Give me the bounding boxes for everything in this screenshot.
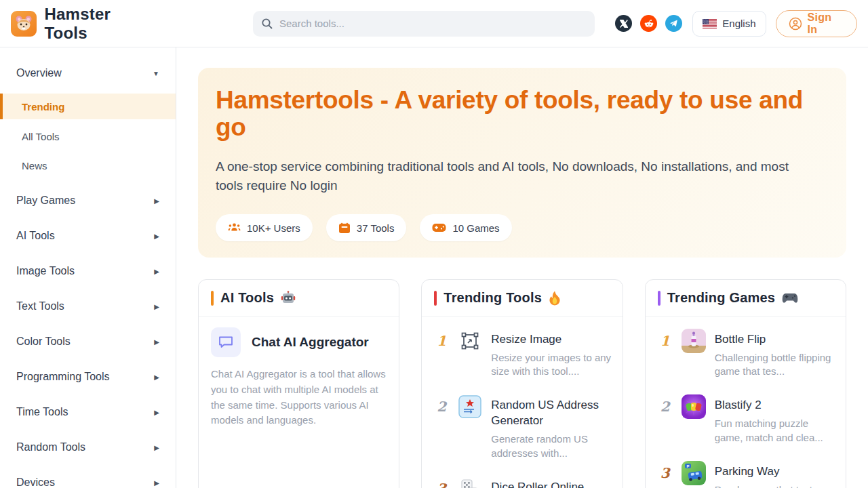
list-item[interactable]: 3 P: [646, 453, 846, 488]
tool-description: Resize your images to any size with this…: [491, 351, 611, 379]
list-item[interactable]: 1 Resize Image: [422, 321, 622, 386]
game-description: Fun matching puzzle game, match and clea…: [715, 417, 835, 445]
language-label: English: [722, 18, 755, 29]
toolbox-icon: [338, 222, 351, 234]
brand-name: Hamster Tools: [45, 5, 157, 43]
trending-games-card-header: Trending Games: [646, 280, 846, 317]
ai-tools-card-header: AI Tools: [199, 280, 399, 317]
sidebar-item-news[interactable]: News: [0, 152, 176, 179]
sign-in-label: Sign In: [808, 12, 844, 36]
card-title: Trending Tools: [443, 290, 542, 306]
sidebar-item-ai-tools[interactable]: AI Tools ▶: [0, 221, 176, 251]
sidebar-item-label: Random Tools: [16, 441, 85, 453]
sidebar-item-label: Time Tools: [16, 406, 68, 418]
trending-games-card: Trending Games 1: [645, 279, 846, 488]
chat-bubble-icon: [211, 327, 241, 357]
language-selector[interactable]: English: [692, 11, 766, 37]
search-input[interactable]: [279, 18, 587, 29]
chevron-right-icon: ▶: [154, 409, 159, 416]
sidebar-item-text-tools[interactable]: Text Tools ▶: [0, 291, 176, 321]
game-name: Bottle Flip: [715, 329, 835, 348]
sidebar-item-label: Image Tools: [16, 265, 75, 277]
tool-description: Generate random US addresses with...: [491, 432, 611, 460]
badge-label: 10K+ Users: [247, 222, 300, 234]
sidebar-item-color-tools[interactable]: Color Tools ▶: [0, 327, 176, 357]
us-address-icon: [458, 394, 482, 419]
sidebar-item-programming-tools[interactable]: Programming Tools ▶: [0, 362, 176, 392]
sidebar-item-random-tools[interactable]: Random Tools ▶: [0, 432, 176, 462]
tool-name: Random US Address Generator: [491, 394, 611, 429]
badge-label: 10 Games: [452, 222, 499, 234]
resize-image-icon: [458, 329, 482, 353]
chevron-right-icon: ▶: [154, 197, 159, 205]
svg-text:P: P: [686, 464, 689, 468]
bottle-flip-thumb: [682, 329, 706, 353]
sidebar-item-devices[interactable]: Devices ▶: [0, 468, 176, 488]
sign-in-button[interactable]: Sign In: [776, 10, 857, 37]
sidebar-item-label: Text Tools: [16, 300, 64, 312]
fire-icon: [549, 291, 561, 306]
dice-icon: [458, 476, 482, 488]
hero-banner: Hamstertools - A variety of tools, ready…: [198, 68, 846, 258]
robot-icon: [281, 291, 296, 305]
gamepad-dark-icon: [782, 293, 798, 304]
rank-number: 1: [658, 329, 673, 353]
chevron-right-icon: ▶: [154, 268, 159, 275]
chevron-right-icon: ▶: [154, 232, 159, 240]
accent-bar: [211, 291, 214, 306]
page-subtitle: A one-stop service combining traditional…: [216, 157, 816, 195]
main-content: Hamstertools - A variety of tools, ready…: [176, 47, 868, 488]
sidebar-item-label: Devices: [16, 476, 55, 488]
list-item[interactable]: Chat AI Aggregator Chat AI Aggregator is…: [211, 327, 387, 428]
sidebar-item-label: All Tools: [22, 131, 60, 142]
sidebar-item-label: Trending: [22, 101, 64, 113]
chevron-right-icon: ▶: [154, 444, 159, 451]
card-title: Trending Games: [667, 290, 776, 306]
page-title: Hamstertools - A variety of tools, ready…: [216, 87, 819, 141]
sidebar-item-all-tools[interactable]: All Tools: [0, 123, 176, 150]
rank-number: 3: [434, 476, 449, 488]
content-columns: AI Tools: [198, 279, 846, 488]
list-item[interactable]: 1: [646, 321, 846, 386]
chevron-down-icon: ▼: [153, 70, 159, 77]
tool-name: Dice Roller Online: [491, 476, 611, 488]
chevron-right-icon: ▶: [154, 479, 159, 487]
top-header: Hamster Tools: [0, 0, 868, 47]
reddit-icon[interactable]: [640, 15, 657, 32]
game-description: Puzzle game that tests your parking skil…: [715, 483, 835, 488]
sidebar-item-image-tools[interactable]: Image Tools ▶: [0, 256, 176, 286]
search-icon: [261, 18, 273, 30]
social-links: [615, 15, 682, 32]
stat-badges: 10K+ Users 37 Tools: [216, 214, 829, 241]
parking-way-thumb: P: [682, 461, 706, 485]
accent-bar: [658, 291, 660, 306]
list-item[interactable]: 2: [646, 386, 846, 452]
search-bar[interactable]: [253, 11, 595, 37]
sidebar-item-label: Play Games: [16, 195, 75, 207]
card-title: AI Tools: [220, 290, 274, 306]
chevron-right-icon: ▶: [154, 373, 159, 381]
list-item[interactable]: 3: [422, 468, 622, 488]
tool-description: Chat AI Aggregator is a tool that allows…: [211, 367, 387, 428]
sidebar-item-label: Overview: [16, 67, 62, 79]
accent-bar: [434, 291, 437, 306]
telegram-icon[interactable]: [665, 15, 682, 32]
hamster-tools-app: Hamster Tools: [0, 0, 868, 488]
users-badge: 10K+ Users: [216, 214, 313, 241]
sidebar-item-label: News: [22, 160, 47, 171]
badge-label: 37 Tools: [357, 222, 395, 234]
sidebar-item-time-tools[interactable]: Time Tools ▶: [0, 397, 176, 427]
sidebar-item-play-games[interactable]: Play Games ▶: [0, 186, 176, 216]
rank-number: 3: [658, 461, 673, 485]
chevron-right-icon: ▶: [154, 303, 159, 310]
list-item[interactable]: 2 Random US Address Generator Ge: [422, 386, 622, 468]
chevron-right-icon: ▶: [154, 338, 159, 346]
rank-number: 1: [434, 329, 449, 353]
hamster-icon: [11, 11, 37, 37]
brand[interactable]: Hamster Tools: [11, 5, 157, 43]
rank-number: 2: [434, 394, 449, 419]
sidebar-item-trending[interactable]: Trending: [0, 94, 176, 119]
x-icon[interactable]: [615, 15, 632, 32]
sidebar-item-overview[interactable]: Overview ▼: [0, 58, 176, 88]
game-name: Blastify 2: [715, 394, 835, 413]
